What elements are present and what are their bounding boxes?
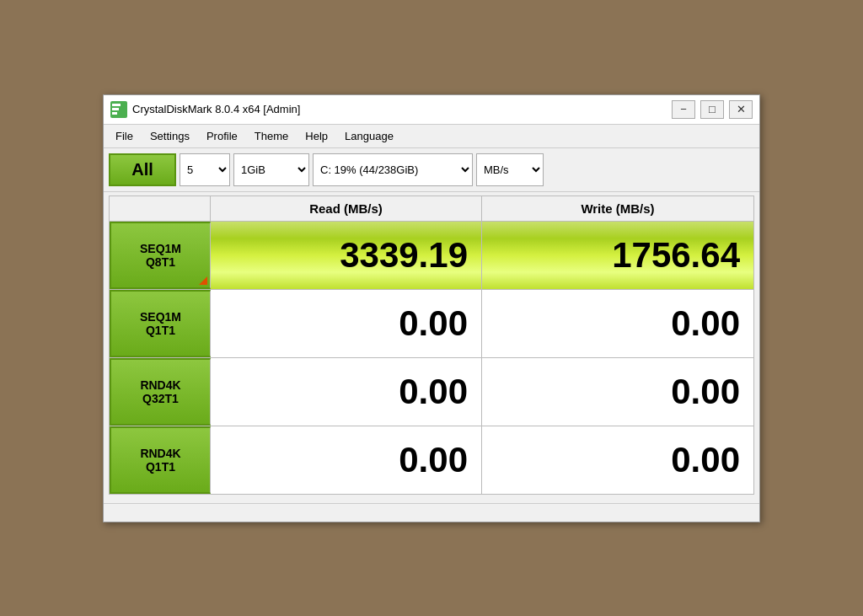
read-value-seq1m-q8t1: 3339.19	[211, 222, 482, 289]
size-select[interactable]: 16MiB64MiB256MiB1GiB4GiB16GiB32GiB64GiB	[233, 153, 309, 186]
row-label-bot: Q32T1	[142, 392, 179, 405]
minimize-button[interactable]: −	[672, 100, 695, 119]
table-row: SEQ1M Q8T1 3339.19 1756.64	[109, 222, 754, 290]
maximize-button[interactable]: □	[700, 100, 724, 119]
read-value-seq1m-q1t1: 0.00	[211, 290, 482, 357]
write-value-rnd4k-q32t1: 0.00	[482, 358, 753, 426]
svg-rect-1	[112, 104, 121, 106]
svg-rect-3	[112, 112, 117, 115]
corner-mark	[199, 276, 207, 285]
title-bar: CrystalDiskMark 8.0.4 x64 [Admin] − □ ✕	[104, 95, 759, 125]
column-headers: Read (MB/s) Write (MB/s)	[109, 196, 754, 222]
header-read: Read (MB/s)	[211, 196, 482, 221]
app-window: CrystalDiskMark 8.0.4 x64 [Admin] − □ ✕ …	[103, 94, 760, 522]
menu-item-language[interactable]: Language	[336, 126, 402, 146]
row-label-bot: Q1T1	[146, 324, 175, 337]
unit-select[interactable]: MB/sGB/sIOPSμs	[476, 153, 544, 186]
close-button[interactable]: ✕	[729, 100, 753, 119]
header-empty	[110, 196, 211, 221]
all-button[interactable]: All	[109, 153, 176, 186]
menu-item-theme[interactable]: Theme	[246, 126, 297, 146]
count-select[interactable]: 1359All	[180, 153, 230, 186]
menu-item-help[interactable]: Help	[297, 126, 336, 146]
toolbar: All 1359All 16MiB64MiB256MiB1GiB4GiB16Gi…	[104, 148, 759, 192]
menu-item-file[interactable]: File	[107, 126, 142, 146]
read-value-rnd4k-q32t1: 0.00	[211, 358, 482, 426]
row-label-seq1m-q1t1: SEQ1M Q1T1	[110, 290, 211, 357]
main-content: Read (MB/s) Write (MB/s) SEQ1M Q8T1 3339…	[104, 192, 759, 500]
svg-rect-2	[112, 108, 119, 110]
row-label-top: RND4K	[140, 378, 180, 392]
status-bar	[104, 503, 759, 522]
menu-item-profile[interactable]: Profile	[198, 126, 246, 146]
table-row: RND4K Q1T1 0.00 0.00	[109, 426, 754, 495]
window-controls: − □ ✕	[672, 100, 753, 119]
header-write: Write (MB/s)	[482, 196, 753, 221]
write-value-rnd4k-q1t1: 0.00	[482, 426, 753, 494]
row-label-rnd4k-q32t1: RND4K Q32T1	[110, 358, 211, 426]
write-value-seq1m-q1t1: 0.00	[482, 290, 753, 357]
menu-bar: FileSettingsProfileThemeHelpLanguage	[104, 125, 759, 148]
menu-item-settings[interactable]: Settings	[142, 126, 198, 146]
drive-select[interactable]: C: 19% (44/238GiB)	[313, 153, 473, 186]
read-value-rnd4k-q1t1: 0.00	[211, 426, 482, 494]
row-label-rnd4k-q1t1: RND4K Q1T1	[110, 426, 211, 494]
row-label-bot: Q1T1	[146, 460, 175, 474]
row-label-top: RND4K	[140, 447, 180, 460]
row-label-seq1m-q8t1: SEQ1M Q8T1	[110, 222, 211, 289]
row-label-bot: Q8T1	[146, 255, 175, 269]
row-label-top: SEQ1M	[140, 310, 181, 324]
write-value-seq1m-q8t1: 1756.64	[482, 222, 753, 289]
window-title: CrystalDiskMark 8.0.4 x64 [Admin]	[132, 103, 667, 115]
table-row: RND4K Q32T1 0.00 0.00	[109, 358, 754, 426]
table-row: SEQ1M Q1T1 0.00 0.00	[109, 290, 754, 358]
app-icon	[110, 101, 127, 118]
row-label-top: SEQ1M	[140, 242, 181, 255]
